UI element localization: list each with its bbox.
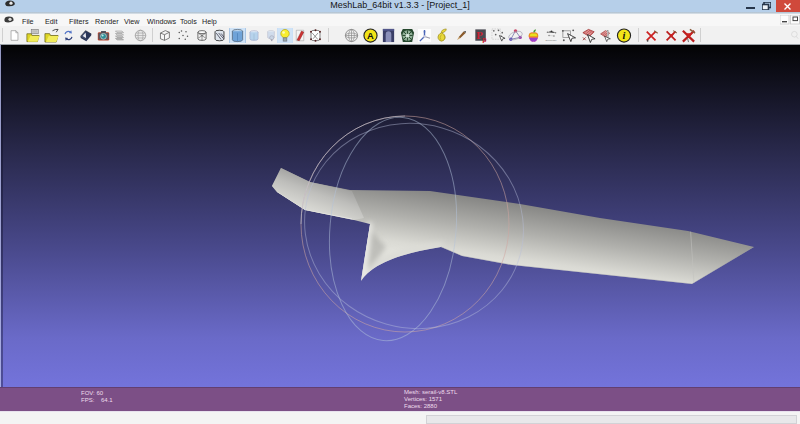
svg-text:Reference: Reference [545,39,557,42]
svg-text:i: i [623,30,626,41]
svg-text:p: p [482,35,487,43]
svg-text:A: A [367,31,374,41]
